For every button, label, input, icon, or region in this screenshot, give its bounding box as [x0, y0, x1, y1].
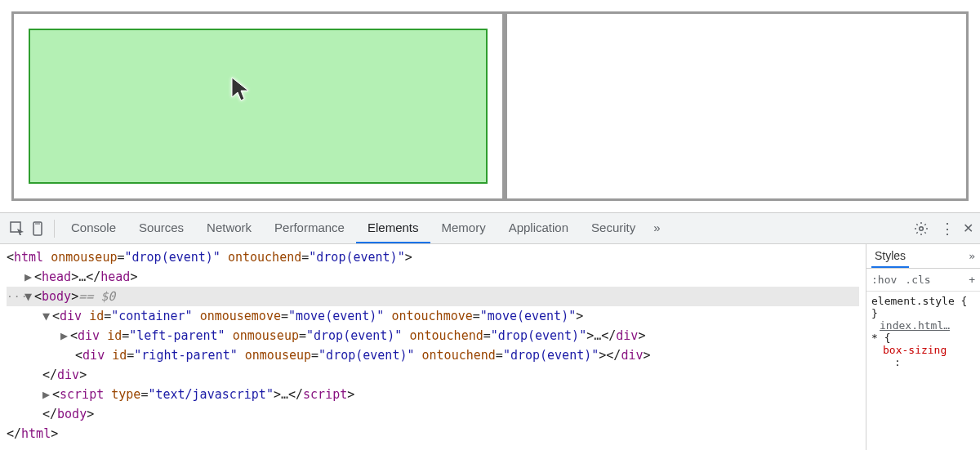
settings-gear-icon[interactable] [911, 218, 932, 239]
dom-body-close[interactable]: </body> [7, 404, 859, 424]
tab-application[interactable]: Application [497, 213, 580, 243]
inspect-icon[interactable] [7, 218, 28, 239]
hov-toggle[interactable]: :hov [871, 274, 897, 286]
dom-script[interactable]: ▶<script type="text/javascript">…</scrip… [7, 385, 859, 404]
expand-icon[interactable]: ▶ [60, 326, 69, 345]
left-parent-box[interactable] [11, 11, 505, 201]
svg-point-3 [920, 226, 924, 230]
draggable-block[interactable] [29, 29, 488, 184]
dom-html-close[interactable]: </html> [7, 424, 859, 443]
dom-html-open[interactable]: <html onmouseup="drop(event)" ontouchend… [7, 247, 859, 267]
tab-memory[interactable]: Memory [430, 213, 497, 243]
dom-body-selected[interactable]: ··· ▼<body> == $0 [7, 287, 859, 306]
tab-security[interactable]: Security [580, 213, 647, 243]
expand-icon[interactable]: ▶ [24, 267, 33, 287]
collapse-icon[interactable]: ▼ [42, 306, 51, 326]
more-menu-icon[interactable]: ⋮ [940, 220, 955, 238]
separator [54, 220, 55, 238]
close-icon[interactable]: ✕ [963, 221, 973, 236]
container-row [11, 11, 969, 201]
expand-icon[interactable]: ▶ [42, 385, 51, 404]
styles-tab[interactable]: Styles [871, 244, 909, 268]
tab-performance[interactable]: Performance [263, 213, 356, 243]
tab-console[interactable]: Console [60, 213, 127, 243]
css-property[interactable]: box-sizing [871, 344, 975, 356]
cursor-icon [230, 76, 252, 104]
cls-toggle[interactable]: .cls [905, 274, 930, 286]
dom-left-parent[interactable]: ▶<div id="left-parent" onmouseup="drop(e… [7, 326, 859, 345]
dom-head[interactable]: ▶<head>…</head> [7, 267, 859, 287]
devtools-panel: Console Sources Network Performance Elem… [0, 212, 980, 450]
dom-right-parent[interactable]: <div id="right-parent" onmouseup="drop(e… [7, 345, 859, 365]
tab-network[interactable]: Network [195, 213, 263, 243]
tab-elements[interactable]: Elements [356, 213, 430, 243]
tab-sources[interactable]: Sources [127, 213, 195, 243]
new-rule-button[interactable]: + [969, 274, 975, 286]
close-brace: } [871, 307, 975, 319]
svg-rect-2 [35, 223, 40, 224]
element-style-rule[interactable]: element.style { [871, 295, 975, 307]
tabs-overflow-icon[interactable]: » [647, 213, 666, 243]
trailing-colon: : [871, 356, 975, 368]
page-preview [0, 0, 980, 212]
elements-tree[interactable]: <html onmouseup="drop(event)" ontouchend… [0, 244, 866, 450]
devtools-tabbar: Console Sources Network Performance Elem… [0, 213, 980, 244]
right-parent-box[interactable] [505, 11, 969, 201]
styles-overflow-icon[interactable]: » [969, 250, 975, 262]
source-link[interactable]: index.html… [880, 319, 975, 332]
dom-container-close[interactable]: </div> [7, 365, 859, 385]
star-rule[interactable]: * { [871, 332, 975, 344]
styles-rules[interactable]: element.style { } index.html… * { box-si… [866, 292, 980, 372]
styles-pane: Styles » :hov .cls + element.style { } i… [866, 244, 980, 450]
breadcrumb-gutter-icon: ··· [7, 288, 24, 305]
dom-container[interactable]: ▼<div id="container" onmousemove="move(e… [7, 306, 859, 326]
collapse-icon[interactable]: ▼ [24, 287, 33, 306]
device-toggle-icon[interactable] [28, 218, 49, 239]
